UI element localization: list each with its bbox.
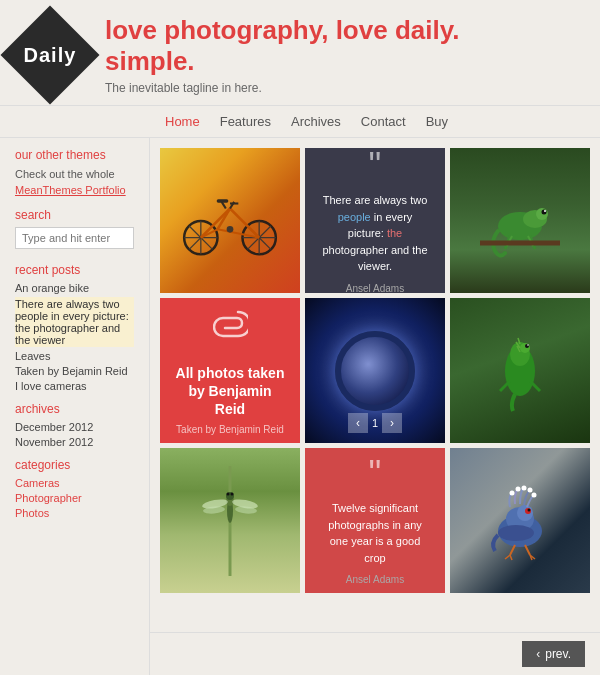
sidebar-other-themes-text: Check out the whole MeanThemes Portfolio [15,167,134,198]
search-input[interactable] [15,227,134,249]
category-link-0[interactable]: Cameras [15,477,134,489]
dragonfly-image [200,466,260,576]
svg-line-60 [505,555,510,559]
nav-home[interactable]: Home [165,114,200,129]
logo-text: Daily [24,44,77,67]
svg-line-58 [510,545,515,555]
prev-button[interactable]: ‹ prev. [522,641,585,667]
svg-rect-18 [217,199,229,202]
svg-point-57 [498,525,534,541]
sidebar-categories-title: categories [15,458,134,472]
svg-point-56 [532,492,537,497]
svg-point-34 [527,344,529,346]
svg-point-53 [516,486,521,491]
nav-archives[interactable]: Archives [291,114,341,129]
carousel-number: 1 [372,417,378,429]
grid-item-dragonfly[interactable] [160,448,300,593]
carousel-prev-button[interactable]: ‹ [348,413,368,433]
lens-image [335,331,415,411]
quote2-text: Twelve significant photographs in any on… [320,500,430,566]
content-grid: " There are always two people in every p… [150,138,600,675]
grid-item-promo[interactable]: All photos taken by Benjamin Reid Taken … [160,298,300,443]
post-link-2[interactable]: Leaves [15,350,134,362]
post-link-1[interactable]: There are always two people in every pic… [15,297,134,347]
svg-point-45 [227,492,230,495]
bottom-bar: ‹ prev. [150,632,600,675]
archive-link-1[interactable]: November 2012 [15,436,134,448]
sidebar-portfolio-link[interactable]: MeanThemes Portfolio [15,184,126,196]
svg-point-51 [528,508,531,511]
grid-item-bike[interactable] [160,148,300,293]
svg-point-24 [544,210,546,212]
post-link-0[interactable]: An orange bike [15,282,134,294]
nav: Home Features Archives Contact Buy [0,105,600,138]
post-link-3[interactable]: Taken by Bejamin Reid [15,365,134,377]
carousel-next-button[interactable]: › [382,413,402,433]
quote2-mark: " [369,456,382,492]
promo-subtitle: Taken by Benjamin Reid [176,424,284,435]
bird-image [480,471,560,571]
category-link-1[interactable]: Photographer [15,492,134,504]
bike-image [180,181,280,261]
nature-image [485,326,555,416]
grid-item-quote2[interactable]: " Twelve significant photographs in any … [305,448,445,593]
svg-line-11 [201,208,230,237]
sidebar-other-themes-title: our other themes [15,148,134,162]
sidebar-search-title: search [15,208,134,222]
chameleon-image [480,171,560,271]
svg-line-17 [222,202,226,209]
header-right: love photography, love daily. simple. Th… [105,15,525,95]
svg-point-55 [528,487,533,492]
prev-label: prev. [545,647,571,661]
promo-title: All photos taken by Benjamin Reid [175,364,285,419]
grid-item-chameleon[interactable] [450,148,590,293]
paperclip-icon [213,307,248,354]
hero-title: love photography, love daily. simple. [105,15,525,77]
quote1-mark: " [369,148,382,184]
category-link-2[interactable]: Photos [15,507,134,519]
svg-line-61 [510,555,512,560]
carousel-controls: ‹ 1 › [348,413,402,433]
grid-item-quote1[interactable]: " There are always two people in every p… [305,148,445,293]
svg-point-54 [522,485,527,490]
grid-item-lens[interactable]: ‹ 1 › [305,298,445,443]
logo[interactable]: Daily [1,6,100,105]
archive-link-0[interactable]: December 2012 [15,421,134,433]
sidebar: our other themes Check out the whole Mea… [0,138,150,675]
main-content: our other themes Check out the whole Mea… [0,138,600,675]
grid-item-bird[interactable] [450,448,590,593]
svg-point-22 [536,208,548,220]
quote1-author: Ansel Adams [346,283,404,294]
svg-point-52 [510,490,515,495]
quote2-author: Ansel Adams [346,574,404,585]
quote1-text: There are always two people in every pic… [320,192,430,275]
sidebar-archives-title: archives [15,402,134,416]
svg-point-23 [542,209,547,214]
nav-features[interactable]: Features [220,114,271,129]
grid-item-nature[interactable] [450,298,590,443]
svg-point-46 [231,492,234,495]
svg-point-19 [227,226,234,233]
post-link-4[interactable]: I love cameras [15,380,134,392]
prev-arrow-icon: ‹ [536,647,540,661]
header: Daily love photography, love daily. simp… [0,0,600,105]
nav-buy[interactable]: Buy [426,114,448,129]
svg-point-49 [517,505,533,521]
sidebar-recent-posts-title: recent posts [15,263,134,277]
tagline: The inevitable tagline in here. [105,81,525,95]
nav-contact[interactable]: Contact [361,114,406,129]
svg-line-59 [525,545,530,555]
